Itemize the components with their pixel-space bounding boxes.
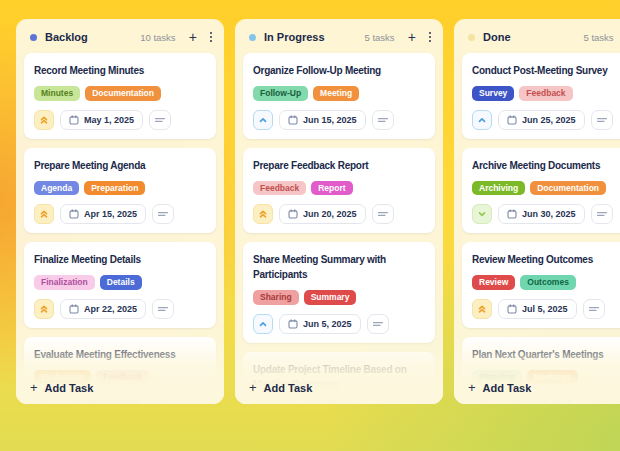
due-date-chip[interactable]: May 1, 2025 bbox=[60, 110, 143, 130]
priority-button[interactable] bbox=[253, 110, 273, 130]
column-header: Backlog 10 tasks + bbox=[16, 19, 224, 51]
notes-button[interactable] bbox=[372, 204, 394, 224]
kebab-menu-icon bbox=[429, 32, 431, 42]
due-date-chip[interactable]: Jul 5, 2025 bbox=[498, 299, 577, 319]
calendar-icon bbox=[69, 209, 79, 219]
task-count: 5 tasks bbox=[584, 32, 614, 43]
priority-button[interactable] bbox=[34, 204, 54, 224]
column-footer: + Add Task bbox=[16, 336, 224, 404]
add-task-button[interactable]: + Add Task bbox=[468, 381, 531, 394]
card-meta-row: May 1, 2025 bbox=[34, 110, 207, 130]
add-task-button[interactable]: + Add Task bbox=[30, 381, 93, 394]
tag: Meeting bbox=[313, 86, 359, 101]
calendar-icon bbox=[507, 304, 517, 314]
tag: Minutes bbox=[34, 86, 80, 101]
tag: Details bbox=[100, 275, 142, 290]
column-menu-button[interactable] bbox=[210, 32, 212, 42]
due-date: Jun 15, 2025 bbox=[303, 115, 357, 125]
due-date-chip[interactable]: Jun 5, 2025 bbox=[279, 314, 361, 334]
due-date-chip[interactable]: Jun 25, 2025 bbox=[498, 110, 585, 130]
task-card[interactable]: Record Meeting Minutes MinutesDocumentat… bbox=[24, 53, 216, 139]
add-task-label: Add Task bbox=[45, 382, 94, 394]
due-date-chip[interactable]: Jun 15, 2025 bbox=[279, 110, 366, 130]
card-title: Review Meeting Outcomes bbox=[472, 252, 620, 267]
chevron-double-up-icon bbox=[258, 209, 268, 219]
notes-button[interactable] bbox=[591, 204, 613, 224]
column-footer: + Add Task bbox=[454, 336, 620, 404]
due-date-chip[interactable]: Apr 22, 2025 bbox=[60, 299, 146, 319]
notes-button[interactable] bbox=[152, 299, 174, 319]
notes-button[interactable] bbox=[152, 204, 174, 224]
add-task-label: Add Task bbox=[264, 382, 313, 394]
notes-icon bbox=[157, 210, 169, 218]
add-card-button[interactable]: + bbox=[408, 30, 416, 44]
tag-list: ReviewOutcomes bbox=[472, 275, 620, 290]
tag: Outcomes bbox=[520, 275, 576, 290]
chevron-up-icon bbox=[258, 319, 268, 329]
status-dot-icon bbox=[468, 34, 475, 41]
notes-button[interactable] bbox=[591, 110, 613, 130]
tag-list: SurveyFeedback bbox=[472, 86, 620, 101]
tag-list: ArchivingDocumentation bbox=[472, 181, 620, 196]
card-meta-row: Apr 15, 2025 bbox=[34, 204, 207, 224]
card-title: Finalize Meeting Details bbox=[34, 252, 207, 267]
tag-list: FinalizationDetails bbox=[34, 275, 207, 290]
board: Backlog 10 tasks + Record Meeting Minute… bbox=[16, 19, 620, 404]
task-card[interactable]: Finalize Meeting Details FinalizationDet… bbox=[24, 242, 216, 328]
tag: Report bbox=[311, 181, 352, 196]
priority-button[interactable] bbox=[472, 110, 492, 130]
notes-button[interactable] bbox=[372, 110, 394, 130]
task-card[interactable]: Prepare Feedback Report FeedbackReport J… bbox=[243, 148, 435, 234]
task-card[interactable]: Archive Meeting Documents ArchivingDocum… bbox=[462, 148, 620, 234]
notes-icon bbox=[372, 320, 384, 328]
column-title: In Progress bbox=[264, 31, 325, 43]
calendar-icon bbox=[69, 115, 79, 125]
card-title: Share Meeting Summary with Participants bbox=[253, 252, 426, 282]
tag: Archiving bbox=[472, 181, 525, 196]
notes-button[interactable] bbox=[367, 314, 389, 334]
chevron-double-up-icon bbox=[477, 304, 487, 314]
calendar-icon bbox=[288, 115, 298, 125]
due-date-chip[interactable]: Jun 30, 2025 bbox=[498, 204, 585, 224]
status-dot-icon bbox=[30, 34, 37, 41]
kebab-menu-icon bbox=[210, 32, 212, 42]
tag: Follow-Up bbox=[253, 86, 308, 101]
card-meta-row: Jun 20, 2025 bbox=[253, 204, 426, 224]
column-footer: + Add Task bbox=[235, 336, 443, 404]
due-date-chip[interactable]: Apr 15, 2025 bbox=[60, 204, 146, 224]
card-meta-row: Apr 22, 2025 bbox=[34, 299, 207, 319]
tag: Finalization bbox=[34, 275, 95, 290]
add-task-button[interactable]: + Add Task bbox=[249, 381, 312, 394]
add-card-button[interactable]: + bbox=[189, 30, 197, 44]
notes-button[interactable] bbox=[149, 110, 171, 130]
kanban-screen: Backlog 10 tasks + Record Meeting Minute… bbox=[0, 0, 620, 451]
tag: Agenda bbox=[34, 181, 79, 196]
task-card[interactable]: Review Meeting Outcomes ReviewOutcomes J… bbox=[462, 242, 620, 328]
column-menu-button[interactable] bbox=[429, 32, 431, 42]
priority-button[interactable] bbox=[253, 314, 273, 334]
calendar-icon bbox=[288, 209, 298, 219]
plus-icon: + bbox=[30, 381, 38, 394]
card-meta-row: Jul 5, 2025 bbox=[472, 299, 620, 319]
priority-button[interactable] bbox=[472, 299, 492, 319]
task-card[interactable]: Share Meeting Summary with Participants … bbox=[243, 242, 435, 343]
priority-button[interactable] bbox=[472, 204, 492, 224]
task-card[interactable]: Conduct Post-Meeting Survey SurveyFeedba… bbox=[462, 53, 620, 139]
task-card[interactable]: Prepare Meeting Agenda AgendaPreparation… bbox=[24, 148, 216, 234]
notes-icon bbox=[596, 116, 608, 124]
due-date: Apr 15, 2025 bbox=[84, 209, 137, 219]
tag: Sharing bbox=[253, 290, 299, 305]
priority-button[interactable] bbox=[253, 204, 273, 224]
due-date-chip[interactable]: Jun 20, 2025 bbox=[279, 204, 366, 224]
chevron-down-icon bbox=[477, 209, 487, 219]
card-title: Conduct Post-Meeting Survey bbox=[472, 63, 620, 78]
task-card[interactable]: Organize Follow-Up Meeting Follow-UpMeet… bbox=[243, 53, 435, 139]
column-title: Done bbox=[483, 31, 511, 43]
priority-button[interactable] bbox=[34, 110, 54, 130]
chevron-double-up-icon bbox=[39, 209, 49, 219]
chevron-up-icon bbox=[258, 115, 268, 125]
notes-button[interactable] bbox=[583, 299, 605, 319]
tag: Summary bbox=[304, 290, 357, 305]
due-date: May 1, 2025 bbox=[84, 115, 134, 125]
priority-button[interactable] bbox=[34, 299, 54, 319]
